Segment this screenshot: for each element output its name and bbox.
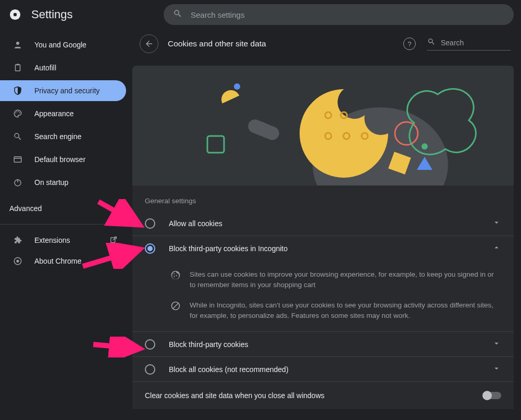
svg-rect-35: [246, 117, 281, 142]
search-icon: [173, 9, 182, 20]
help-button[interactable]: ?: [403, 38, 416, 50]
svg-point-6: [15, 113, 16, 114]
help-icon: ?: [407, 40, 411, 48]
app-header: Settings: [0, 0, 521, 29]
search-icon: [427, 38, 436, 48]
sidebar-item-label: Appearance: [34, 109, 74, 118]
description-text: While in Incognito, sites can't use your…: [190, 300, 501, 322]
chevron-down-icon[interactable]: [492, 218, 501, 229]
sidebar-item-about-chrome[interactable]: About Chrome: [0, 251, 132, 271]
sidebar-item-on-startup[interactable]: On startup: [0, 172, 126, 193]
svg-point-16: [16, 260, 19, 262]
browser-icon: [13, 154, 23, 165]
page-title: Cookies and other site data: [168, 39, 266, 48]
clear-on-close-label: Clear cookies and site data when you clo…: [145, 391, 325, 400]
clear-on-close-row: Clear cookies and site data when you clo…: [132, 382, 514, 409]
advanced-label: Advanced: [9, 204, 42, 213]
sidebar-item-you-and-google[interactable]: You and Google: [0, 34, 126, 55]
chevron-down-icon[interactable]: [492, 364, 501, 375]
sidebar-item-privacy[interactable]: Privacy and security: [0, 80, 126, 101]
svg-rect-4: [16, 65, 20, 71]
cookies-card: General settings Allow all cookies Block…: [132, 66, 514, 409]
sidebar-item-label: Default browser: [34, 155, 85, 164]
chevron-up-icon[interactable]: [492, 243, 501, 254]
sidebar-item-search-engine[interactable]: Search engine: [0, 126, 126, 147]
cookie-option-block-3p-incognito[interactable]: Block third-party cookies in Incognito: [132, 236, 514, 261]
radio-icon: [145, 364, 155, 375]
settings-search[interactable]: [164, 4, 514, 25]
shell: You and Google Autofill Privacy and secu…: [0, 29, 521, 420]
sidebar-item-label: You and Google: [34, 41, 86, 49]
option-label: Block third-party cookies: [169, 340, 492, 349]
svg-point-9: [19, 113, 20, 114]
svg-point-30: [421, 143, 428, 150]
search-icon: [13, 131, 23, 142]
svg-point-7: [17, 111, 18, 112]
block-icon: [170, 300, 181, 312]
svg-rect-5: [17, 64, 19, 66]
app-title: Settings: [31, 8, 73, 21]
radio-icon: [145, 339, 155, 350]
cookie-option-allow-all[interactable]: Allow all cookies: [132, 211, 514, 236]
sidebar-item-autofill[interactable]: Autofill: [0, 57, 126, 78]
sidebar-item-label: Extensions: [34, 236, 70, 244]
option-label: Allow all cookies: [169, 219, 492, 228]
power-icon: [13, 177, 23, 188]
svg-point-37: [176, 275, 177, 276]
cookie-icon: [170, 269, 181, 281]
description-text: Sites can use cookies to improve your br…: [190, 269, 501, 291]
svg-point-36: [173, 273, 175, 274]
sidebar-item-label: Privacy and security: [34, 87, 100, 95]
main-content: Cookies and other site data ?: [132, 29, 521, 420]
option-label: Block all cookies (not recommended): [169, 365, 492, 374]
chevron-down-icon[interactable]: [492, 339, 501, 350]
svg-point-3: [16, 42, 19, 45]
sidebar-item-extensions[interactable]: Extensions: [0, 230, 132, 251]
sidebar-item-appearance[interactable]: Appearance: [0, 103, 126, 124]
sidebar-item-label: Autofill: [34, 64, 56, 72]
svg-rect-34: [207, 136, 224, 153]
cookie-option-block-all[interactable]: Block all cookies (not recommended): [132, 357, 514, 382]
svg-rect-10: [14, 157, 21, 163]
svg-point-38: [173, 276, 175, 277]
cookie-option-block-3p[interactable]: Block third-party cookies: [132, 332, 514, 357]
chrome-icon: [13, 256, 23, 266]
radio-icon: [145, 243, 155, 254]
sidebar-item-default-browser[interactable]: Default browser: [0, 149, 126, 170]
option-label: Block third-party cookies in Incognito: [169, 244, 492, 253]
section-label-general: General settings: [132, 186, 514, 211]
svg-point-33: [234, 83, 240, 90]
back-button[interactable]: [140, 34, 158, 53]
sidebar: You and Google Autofill Privacy and secu…: [0, 29, 132, 420]
sidebar-item-label: Search engine: [34, 132, 81, 141]
page-header: Cookies and other site data ?: [132, 29, 521, 58]
chevron-down-icon: [115, 204, 120, 213]
palette-icon: [13, 108, 23, 119]
sidebar-advanced-toggle[interactable]: Advanced: [0, 198, 132, 219]
option-description-block: Sites can use cookies to improve your br…: [132, 261, 514, 332]
radio-icon: [145, 218, 155, 229]
svg-point-8: [18, 111, 19, 112]
sidebar-item-label: About Chrome: [34, 257, 81, 265]
chrome-logo-icon: [9, 9, 21, 20]
person-icon: [13, 40, 23, 50]
page-search-input[interactable]: [440, 38, 521, 47]
hero-illustration: [132, 66, 514, 186]
settings-search-input[interactable]: [190, 10, 504, 20]
svg-line-40: [173, 303, 178, 308]
page-search[interactable]: [427, 38, 511, 51]
description-item: While in Incognito, sites can't use your…: [170, 300, 501, 322]
sidebar-item-label: On startup: [34, 178, 68, 187]
clipboard-icon: [13, 63, 23, 73]
description-item: Sites can use cookies to improve your br…: [170, 269, 501, 291]
clear-on-close-toggle[interactable]: [483, 392, 501, 399]
puzzle-icon: [13, 235, 23, 245]
open-external-icon: [109, 236, 118, 245]
shield-icon: [13, 85, 23, 96]
